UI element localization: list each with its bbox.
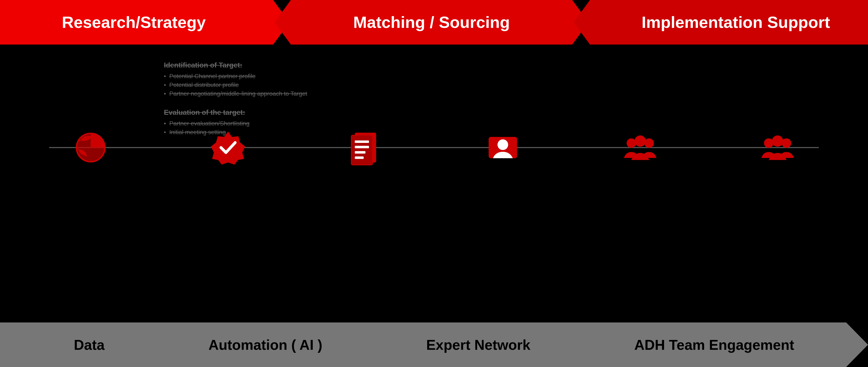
label-expert-network: Expert Network	[426, 337, 530, 353]
svg-point-13	[764, 138, 774, 148]
research-label: Research/Strategy	[62, 13, 206, 32]
svg-point-10	[626, 138, 636, 148]
icon-node-data	[69, 126, 113, 170]
id-item-2: Potential distributor profile	[164, 82, 382, 89]
verified-badge-icon	[210, 130, 246, 165]
icon-node-group2	[756, 126, 800, 170]
list-document-icon	[348, 130, 383, 165]
implementation-label: Implementation Support	[642, 13, 830, 32]
svg-point-12	[634, 135, 646, 147]
icon-node-automation	[344, 126, 387, 170]
svg-rect-7	[355, 157, 364, 159]
label-data: Data	[74, 337, 104, 353]
svg-rect-3	[351, 135, 373, 165]
bottom-labels: Data Automation ( AI ) Expert Network AD…	[0, 323, 868, 367]
timeline-container	[0, 106, 868, 189]
icon-node-group1	[618, 126, 662, 170]
banner-implementation: Implementation Support	[574, 0, 868, 44]
icon-node-verify	[206, 126, 250, 170]
label-automation: Automation ( AI )	[208, 337, 322, 353]
group2-icon	[760, 130, 795, 165]
svg-point-9	[497, 140, 508, 150]
bottom-bar-wrapper: Data Automation ( AI ) Expert Network AD…	[0, 323, 868, 367]
pie-chart-icon	[73, 130, 108, 165]
matching-label: Matching / Sourcing	[353, 13, 510, 32]
id-item-3: Partner negotiating/middle-lining approa…	[164, 90, 382, 97]
svg-rect-4	[355, 141, 369, 143]
id-item-1: Potential Channel partner profile	[164, 73, 382, 80]
svg-point-11	[644, 138, 654, 148]
svg-rect-6	[355, 151, 366, 154]
identification-list: Potential Channel partner profile Potent…	[164, 73, 382, 97]
identification-title: Identification of Target:	[164, 61, 382, 69]
svg-rect-5	[355, 146, 369, 148]
timeline-icons	[0, 106, 868, 189]
banner-matching: Matching / Sourcing	[275, 0, 589, 44]
label-adh-team: ADH Team Engagement	[634, 337, 794, 353]
top-banner: Research/Strategy Matching / Sourcing Im…	[0, 0, 868, 44]
svg-point-15	[772, 135, 783, 147]
group-icon	[622, 130, 658, 165]
svg-marker-1	[211, 132, 245, 165]
banner-research: Research/Strategy	[0, 0, 289, 44]
person-card-icon	[485, 130, 521, 165]
icon-node-expert	[481, 126, 525, 170]
svg-point-14	[782, 138, 791, 148]
